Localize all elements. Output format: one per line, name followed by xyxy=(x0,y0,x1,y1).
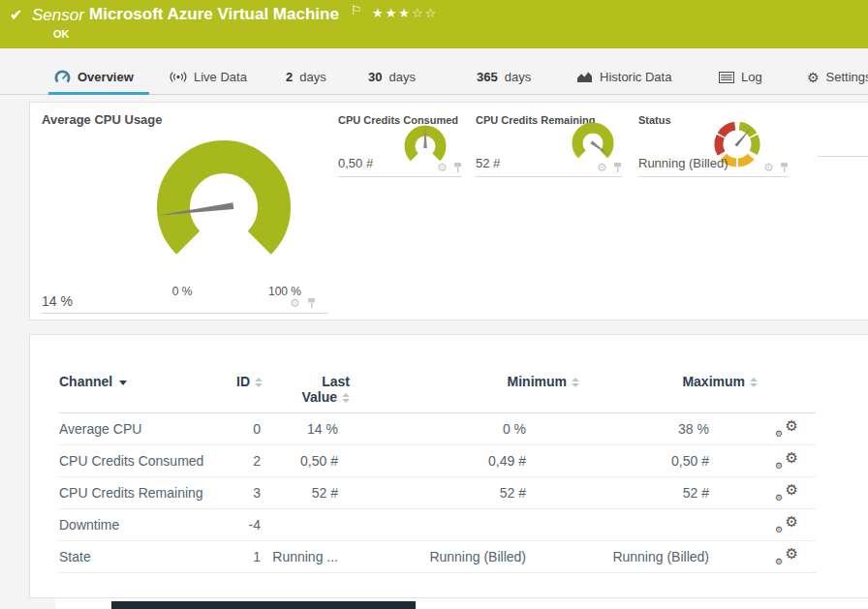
minimum-value: 0,49 # xyxy=(350,453,579,469)
sort-icon xyxy=(750,378,758,387)
tab-365-days[interactable]: 365days xyxy=(477,60,531,94)
gear-icon[interactable]: ⚙ xyxy=(597,162,607,173)
status-badge: OK xyxy=(53,28,70,40)
gear-icon: ⚙ xyxy=(807,70,820,85)
pin-icon[interactable] xyxy=(613,162,622,173)
channels-card: Channel ID Last Value Minimum Maximum xyxy=(29,334,868,598)
gear-icon[interactable]: ⚙ xyxy=(290,297,300,309)
sensor-title: Microsoft Azure Virtual Machine xyxy=(89,5,339,24)
channel-id: 3 xyxy=(229,485,263,501)
tab-label: days xyxy=(388,70,415,84)
table-row: CPU Credits Remaining 3 52 # 52 # 52 # ⚙… xyxy=(59,477,816,509)
channel-name[interactable]: CPU Credits Consumed xyxy=(59,453,229,469)
flag-icon[interactable]: ⚐ xyxy=(351,3,362,17)
active-tab-indicator xyxy=(48,92,149,95)
channel-id: -4 xyxy=(229,517,263,533)
gear-icon[interactable]: ⚙ xyxy=(763,162,774,173)
priority-stars[interactable]: ★★★☆☆ xyxy=(372,6,438,20)
maximum-value: 0,50 # xyxy=(579,453,758,469)
minimum-value: Running (Billed) xyxy=(350,549,579,564)
panel-divider xyxy=(818,156,868,157)
tab-number: 2 xyxy=(286,70,293,84)
pin-icon[interactable] xyxy=(307,297,316,309)
col-header-last-value[interactable]: Last Value xyxy=(263,374,350,405)
table-row: Downtime -4 ⚙⚙ xyxy=(59,509,816,541)
tab-label: Overview xyxy=(78,70,134,84)
panel-divider xyxy=(476,176,622,177)
tab-number: 365 xyxy=(477,70,498,84)
remaining-value: 52 # xyxy=(476,156,500,170)
channel-id: 0 xyxy=(229,421,263,437)
tab-label: Live Data xyxy=(194,70,247,84)
channel-id: 1 xyxy=(229,549,263,564)
broadcast-icon xyxy=(170,71,187,83)
tab-label: days xyxy=(299,70,326,84)
gauge-icon xyxy=(54,70,71,84)
tab-label: days xyxy=(505,70,531,84)
last-value: 14 % xyxy=(263,421,350,437)
tab-30-days[interactable]: 30days xyxy=(368,60,416,94)
sort-icon xyxy=(255,378,263,387)
channel-name[interactable]: CPU Credits Remaining xyxy=(59,485,229,501)
log-list-icon xyxy=(719,72,734,83)
status-gauge-title: Status xyxy=(638,114,671,126)
table-row: CPU Credits Consumed 2 0,50 # 0,49 # 0,5… xyxy=(59,445,816,477)
col-header-channel[interactable]: Channel xyxy=(59,374,229,389)
tab-overview[interactable]: Overview xyxy=(54,60,134,94)
channel-settings-icon[interactable]: ⚙⚙ xyxy=(775,420,798,438)
status-value: Running (Billed) xyxy=(638,156,728,170)
gauge-scale-min: 0 % xyxy=(163,285,202,298)
channel-name[interactable]: State xyxy=(59,549,229,564)
panel-divider xyxy=(338,176,462,177)
channel-table: Channel ID Last Value Minimum Maximum xyxy=(59,374,816,573)
minimum-value: 52 # xyxy=(350,485,579,501)
panel-divider xyxy=(638,176,789,177)
sensor-header: ✔ Sensor Microsoft Azure Virtual Machine… xyxy=(0,0,868,48)
tab-number: 30 xyxy=(368,70,382,84)
last-value: Running ... xyxy=(263,549,350,564)
col-header-minimum[interactable]: Minimum xyxy=(350,374,579,389)
maximum-value: 38 % xyxy=(579,421,758,437)
table-header-row: Channel ID Last Value Minimum Maximum xyxy=(59,374,816,413)
col-header-maximum[interactable]: Maximum xyxy=(579,374,758,389)
tab-settings[interactable]: ⚙ Settings xyxy=(807,60,868,94)
gauge-scale-max: 100 % xyxy=(261,285,309,298)
sort-icon xyxy=(342,393,350,403)
channel-settings-icon[interactable]: ⚙⚙ xyxy=(775,548,798,565)
channel-settings-icon[interactable]: ⚙⚙ xyxy=(775,452,798,470)
maximum-value: 52 # xyxy=(579,485,758,501)
tab-live-data[interactable]: Live Data xyxy=(170,60,247,94)
primary-gauge-title: Average CPU Usage xyxy=(42,112,163,127)
maximum-value: Running (Billed) xyxy=(579,549,758,564)
sort-icon xyxy=(572,378,579,387)
taskbar-fragment xyxy=(111,601,416,609)
gauges-card: Average CPU Usage 0 % 100 % 14 % ⚙ CPU C… xyxy=(29,102,868,320)
ok-check-icon: ✔ xyxy=(10,6,22,24)
gear-icon[interactable]: ⚙ xyxy=(437,162,448,173)
channel-id: 2 xyxy=(229,453,263,469)
channel-name[interactable]: Downtime xyxy=(59,517,229,533)
tab-bar: Overview Live Data 2days 30days 365days … xyxy=(0,60,868,95)
remaining-gauge xyxy=(569,117,617,166)
pin-icon[interactable] xyxy=(453,162,462,173)
panel-divider xyxy=(42,313,327,314)
pin-icon[interactable] xyxy=(780,162,789,173)
channel-name[interactable]: Average CPU xyxy=(59,421,229,437)
tab-label: Settings xyxy=(826,70,868,84)
consumed-value: 0,50 # xyxy=(338,156,373,170)
tab-2-days[interactable]: 2days xyxy=(286,60,326,94)
tab-label: Log xyxy=(741,70,762,84)
sensor-kind-label: Sensor xyxy=(32,6,84,25)
last-value: 52 # xyxy=(263,485,350,501)
col-header-id[interactable]: ID xyxy=(229,374,263,389)
sorted-desc-icon xyxy=(119,381,127,385)
table-row: State 1 Running ... Running (Billed) Run… xyxy=(59,541,816,573)
average-cpu-value: 14 % xyxy=(42,293,73,309)
channel-settings-icon[interactable]: ⚙⚙ xyxy=(775,484,798,502)
tab-historic-data[interactable]: Historic Data xyxy=(576,60,671,94)
table-row: Average CPU 0 14 % 0 % 38 % ⚙⚙ xyxy=(59,413,816,445)
tab-log[interactable]: Log xyxy=(719,60,762,94)
tab-label: Historic Data xyxy=(600,70,671,84)
channel-settings-icon[interactable]: ⚙⚙ xyxy=(775,516,798,533)
average-cpu-gauge xyxy=(146,130,301,285)
